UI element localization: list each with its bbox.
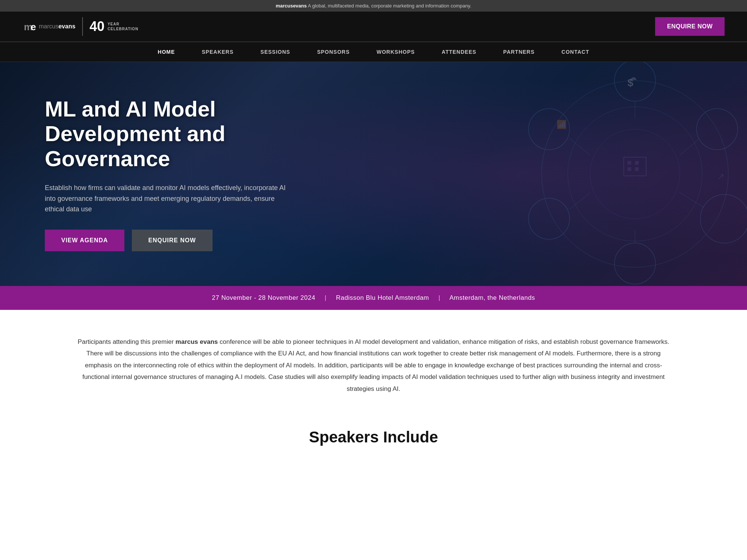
anniversary-logo: 40 YEAR CELEBRATION: [90, 20, 139, 33]
logo-marcus: marcus: [39, 23, 58, 29]
hero-content: ML and AI Model Development and Governan…: [0, 97, 336, 251]
svg-text:e: e: [31, 21, 36, 32]
nav-item-speakers[interactable]: SPEAKERS: [188, 42, 247, 62]
nav-link-contact[interactable]: CONTACT: [548, 42, 602, 62]
hero-subtitle: Establish how firms can validate and mon…: [45, 183, 291, 215]
sep1: |: [325, 294, 326, 301]
nav-list: HOME SPEAKERS SESSIONS SPONSORS WORKSHOP…: [0, 42, 747, 62]
nav-link-home[interactable]: HOME: [144, 42, 188, 62]
event-dates: 27 November - 28 November 2024: [212, 294, 315, 301]
event-location: Amsterdam, the Netherlands: [449, 294, 535, 301]
nav-link-sponsors[interactable]: SPONSORS: [304, 42, 363, 62]
sep2: |: [438, 294, 440, 301]
description-intro: Participants attending this premier: [78, 338, 176, 345]
view-agenda-button[interactable]: VIEW AGENDA: [45, 230, 124, 251]
brand-name: marcusevans: [276, 3, 307, 9]
nav-item-contact[interactable]: CONTACT: [548, 42, 602, 62]
enquire-now-button[interactable]: ENQUIRE NOW: [655, 17, 725, 36]
nav-item-partners[interactable]: PARTNERS: [490, 42, 548, 62]
hero-title: ML and AI Model Development and Governan…: [45, 97, 291, 171]
logo-divider: [82, 17, 83, 36]
hero-buttons: VIEW AGENDA ENQUIRE NOW: [45, 230, 291, 251]
main-nav: HOME SPEAKERS SESSIONS SPONSORS WORKSHOP…: [0, 42, 747, 62]
nav-link-speakers[interactable]: SPEAKERS: [188, 42, 247, 62]
top-banner: marcusevans A global, multifaceted media…: [0, 0, 747, 12]
nav-item-sponsors[interactable]: SPONSORS: [304, 42, 363, 62]
me-icon: m e: [22, 18, 39, 35]
nav-link-sessions[interactable]: SESSIONS: [247, 42, 304, 62]
speakers-heading: Speakers Include: [0, 421, 747, 469]
description-section: Participants attending this premier marc…: [0, 310, 747, 421]
logo-area: m e marcusevans 40 YEAR CELEBRATION: [22, 17, 138, 36]
hero-section: $ $ ↗ 📶 ☁ ML and AI Model Development an…: [0, 62, 747, 286]
logo-evans: evans: [58, 23, 75, 29]
description-brand: marcus evans: [176, 338, 218, 345]
event-venue: Radisson Blu Hotel Amsterdam: [336, 294, 429, 301]
event-info-bar: 27 November - 28 November 2024 | Radisso…: [0, 286, 747, 310]
nav-item-home[interactable]: HOME: [144, 42, 188, 62]
nav-item-attendees[interactable]: ATTENDEES: [428, 42, 490, 62]
nav-item-workshops[interactable]: WORKSHOPS: [363, 42, 428, 62]
nav-link-partners[interactable]: PARTNERS: [490, 42, 548, 62]
marcus-evans-logo[interactable]: m e marcusevans: [22, 18, 75, 35]
nav-item-sessions[interactable]: SESSIONS: [247, 42, 304, 62]
description-text: Participants attending this premier marc…: [75, 336, 672, 395]
description-body: conference will be able to pioneer techn…: [82, 338, 669, 392]
nav-link-workshops[interactable]: WORKSHOPS: [363, 42, 428, 62]
banner-tagline: A global, multifaceted media, corporate …: [308, 3, 471, 9]
header: m e marcusevans 40 YEAR CELEBRATION ENQU…: [0, 12, 747, 42]
nav-link-attendees[interactable]: ATTENDEES: [428, 42, 490, 62]
hero-enquire-button[interactable]: ENQUIRE NOW: [132, 230, 212, 251]
